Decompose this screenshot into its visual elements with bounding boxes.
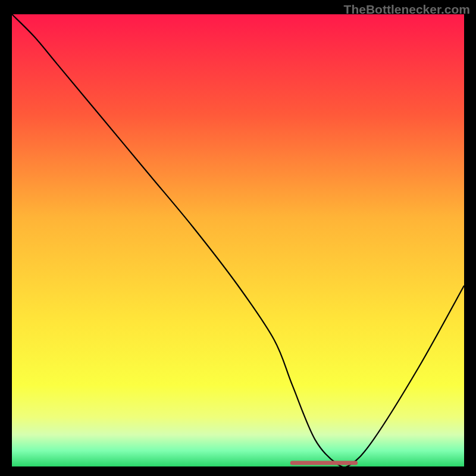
bottleneck-chart (12, 14, 464, 466)
heat-gradient-background (12, 14, 464, 466)
watermark-text: TheBottlenecker.com (344, 2, 470, 17)
chart-container (12, 14, 464, 466)
